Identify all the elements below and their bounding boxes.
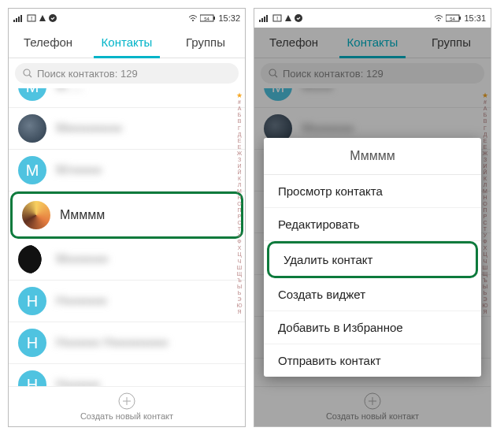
avatar bbox=[18, 114, 46, 143]
list-item[interactable]: M М..... bbox=[9, 88, 245, 108]
search-input[interactable]: Поиск контактов: 129 bbox=[15, 63, 239, 84]
list-item[interactable]: Миннннннн bbox=[9, 108, 245, 150]
contact-name: Ннннннн bbox=[56, 294, 107, 308]
circle-check-icon bbox=[295, 14, 302, 22]
search-row: Поиск контактов: 129 bbox=[9, 58, 245, 88]
alphabet-index[interactable]: ★#АБВГДЕЕЖЗИЙКЛМНОПРСТУФХЦЧШЩЪЫЬЭЮЯ bbox=[235, 88, 243, 386]
svg-rect-17 bbox=[259, 20, 261, 22]
battery-icon: 54 bbox=[200, 14, 216, 22]
contact-name: Нннннн bbox=[56, 377, 100, 386]
svg-line-13 bbox=[29, 75, 32, 77]
triangle-icon bbox=[39, 14, 46, 22]
menu-delete-contact[interactable]: Удалить контакт bbox=[267, 241, 478, 278]
avatar: Н bbox=[18, 329, 46, 357]
svg-rect-2 bbox=[18, 17, 20, 22]
warning-icon: ! bbox=[27, 14, 36, 22]
list-item[interactable]: Н Нннннн bbox=[9, 364, 245, 386]
contact-name: Миннннннн bbox=[56, 121, 122, 136]
create-contact-button[interactable]: Создать новый контакт bbox=[9, 386, 245, 426]
svg-rect-18 bbox=[261, 18, 263, 22]
svg-marker-6 bbox=[39, 15, 46, 21]
menu-view-contact[interactable]: Просмотр контакта bbox=[264, 175, 481, 208]
avatar: Н bbox=[18, 370, 46, 386]
contact-name: Мнннннн bbox=[56, 252, 108, 266]
svg-text:!: ! bbox=[31, 15, 32, 22]
signal-icon bbox=[259, 14, 270, 22]
svg-rect-10 bbox=[213, 17, 215, 20]
star-icon: ★ bbox=[236, 91, 243, 99]
create-label: Создать новый контакт bbox=[80, 411, 173, 421]
svg-point-7 bbox=[49, 14, 57, 22]
svg-text:54: 54 bbox=[450, 17, 456, 21]
triangle-icon bbox=[284, 14, 292, 22]
list-item[interactable]: Мнннннн bbox=[9, 239, 245, 281]
tab-groups[interactable]: Группы bbox=[166, 28, 245, 58]
svg-point-25 bbox=[438, 20, 439, 21]
svg-marker-23 bbox=[285, 15, 291, 21]
svg-rect-19 bbox=[264, 17, 265, 22]
status-time: 15:32 bbox=[218, 13, 240, 23]
contact-name: Ммммм bbox=[60, 208, 105, 222]
context-menu: Ммммм Просмотр контакта Редактировать Уд… bbox=[264, 138, 481, 377]
plus-icon bbox=[118, 392, 135, 410]
contacts-list[interactable]: M М..... Миннннннн M Млнннн Ммммм Мннннн… bbox=[9, 88, 245, 386]
tab-phone[interactable]: Телефон bbox=[9, 28, 87, 58]
svg-rect-27 bbox=[459, 17, 461, 20]
phone-screen-right: ! 54 15:31 Телефон Контакты Группы Поиск… bbox=[254, 8, 491, 427]
wifi-icon bbox=[434, 14, 443, 22]
contact-name: М..... bbox=[56, 88, 84, 94]
svg-point-24 bbox=[295, 14, 302, 22]
svg-text:54: 54 bbox=[205, 17, 210, 21]
menu-create-widget[interactable]: Создать виджет bbox=[264, 278, 481, 311]
svg-point-8 bbox=[192, 20, 194, 21]
menu-edit[interactable]: Редактировать bbox=[264, 208, 481, 241]
list-item-selected[interactable]: Ммммм bbox=[10, 191, 243, 239]
battery-icon: 54 bbox=[446, 14, 461, 22]
avatar: M bbox=[18, 88, 46, 101]
svg-rect-3 bbox=[20, 15, 22, 22]
circle-check-icon bbox=[49, 14, 57, 22]
svg-text:!: ! bbox=[276, 15, 278, 22]
svg-rect-1 bbox=[16, 18, 17, 22]
menu-title: Ммммм bbox=[264, 138, 481, 175]
wifi-icon bbox=[188, 14, 198, 22]
contact-name: Млнннн bbox=[56, 163, 102, 177]
status-bar: ! 54 15:32 bbox=[9, 9, 245, 28]
tab-contacts[interactable]: Контакты bbox=[87, 28, 166, 58]
avatar: Н bbox=[18, 287, 46, 315]
contact-name: Нннннн Ннннннннн bbox=[56, 336, 168, 350]
avatar bbox=[18, 245, 46, 273]
list-item[interactable]: Н Нннннн Ннннннннн bbox=[9, 322, 245, 364]
search-placeholder: Поиск контактов: 129 bbox=[37, 68, 138, 80]
tabs: Телефон Контакты Группы bbox=[9, 28, 245, 58]
avatar: M bbox=[18, 156, 46, 184]
svg-rect-0 bbox=[13, 20, 15, 22]
list-item[interactable]: Н Ннннннн bbox=[9, 281, 245, 322]
status-bar: ! 54 15:31 bbox=[254, 9, 491, 28]
warning-icon: ! bbox=[272, 14, 282, 22]
status-time: 15:31 bbox=[464, 13, 486, 23]
list-item[interactable]: M Млнннн bbox=[9, 150, 245, 191]
phone-screen-left: ! 54 15:32 Телефон Контакты Группы Поиск… bbox=[8, 8, 246, 427]
signal-icon bbox=[13, 14, 24, 22]
search-icon bbox=[23, 69, 32, 78]
avatar bbox=[22, 201, 50, 229]
svg-rect-20 bbox=[266, 15, 268, 22]
svg-point-12 bbox=[24, 69, 30, 76]
menu-add-favorite[interactable]: Добавить в Избранное bbox=[264, 311, 481, 344]
menu-send-contact[interactable]: Отправить контакт bbox=[264, 344, 481, 377]
